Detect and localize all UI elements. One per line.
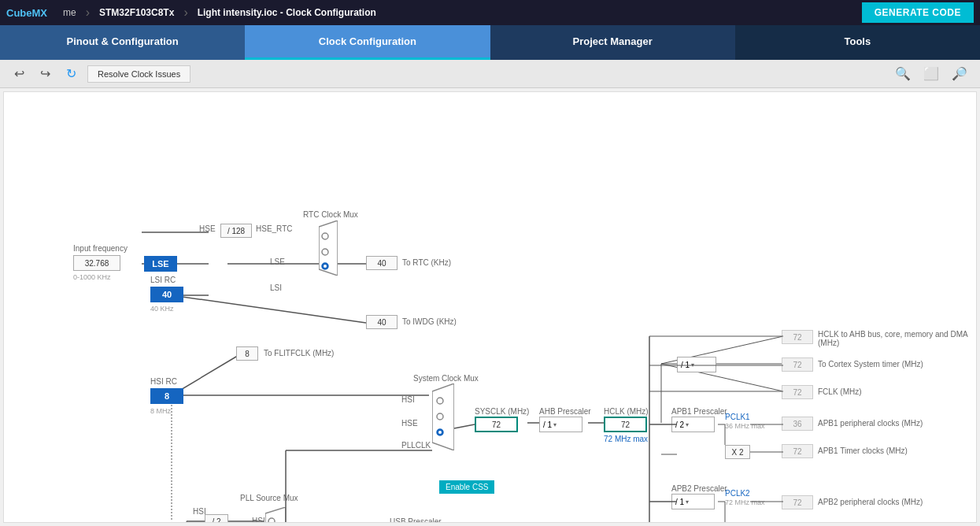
usb-prescaler-label: USB Prescaler bbox=[390, 517, 442, 523]
svg-point-23 bbox=[322, 249, 328, 255]
lse-box[interactable]: LSE bbox=[144, 256, 177, 272]
refresh-button[interactable]: ↻ bbox=[61, 63, 81, 84]
hsi-div2-box[interactable]: / 2 bbox=[205, 514, 228, 523]
to-iwdg-val[interactable]: 40 bbox=[366, 315, 398, 329]
tab-project[interactable]: Project Manager bbox=[490, 25, 735, 60]
resolve-clock-issues-button[interactable]: Resolve Clock Issues bbox=[87, 65, 190, 83]
hse-mux-label: HSE bbox=[401, 419, 418, 428]
pclk1-label: PCLK1 bbox=[725, 413, 750, 421]
svg-point-27 bbox=[437, 398, 443, 404]
to-rtc-val[interactable]: 40 bbox=[366, 256, 398, 270]
sysclk-label: SYSCLK (MHz) bbox=[475, 407, 529, 416]
breadcrumb-chip[interactable]: STM32F103C8Tx bbox=[90, 4, 183, 21]
brand-logo: CubeMX bbox=[6, 7, 47, 19]
tab-tools[interactable]: Tools bbox=[735, 25, 980, 60]
apb1-timer-label: APB1 Timer clocks (MHz) bbox=[818, 446, 908, 455]
svg-point-32 bbox=[268, 518, 275, 523]
sysclk-val[interactable]: 72 bbox=[475, 417, 518, 432]
hsi-rc-box[interactable]: 8 bbox=[150, 388, 183, 404]
pllclk-label: PLLCLK bbox=[401, 441, 431, 450]
rtc-mux bbox=[319, 220, 338, 276]
hclk-val[interactable]: 72 bbox=[604, 417, 647, 432]
input-freq-range: 0-1000 KHz bbox=[73, 273, 111, 281]
cortex-timer-val: 72 bbox=[782, 357, 813, 372]
undo-button[interactable]: ↩ bbox=[9, 63, 29, 84]
apb2-prescaler-label: APB2 Prescaler bbox=[671, 484, 727, 493]
apb1-periph-val: 36 bbox=[782, 417, 813, 431]
fclk-val: 72 bbox=[782, 385, 813, 399]
pll-source-mux-label: PLL Source Mux bbox=[240, 494, 298, 502]
tab-pinout[interactable]: Pinout & Configuration bbox=[0, 25, 245, 60]
toolbar: ↩ ↪ ↻ Resolve Clock Issues 🔍 ⬜ 🔎 bbox=[0, 60, 980, 88]
hclk-label: HCLK (MHz) bbox=[604, 407, 649, 416]
svg-point-25 bbox=[324, 265, 327, 268]
svg-point-28 bbox=[437, 413, 443, 420]
hsi-mux-label: HSI bbox=[401, 395, 415, 404]
to-rtc-label: To RTC (KHz) bbox=[402, 258, 451, 267]
enable-css-button[interactable]: Enable CSS bbox=[439, 480, 494, 494]
hsi-src-label: HSI bbox=[252, 517, 265, 523]
apb1-timer-val: 72 bbox=[782, 444, 813, 458]
sys-mux-label: System Clock Mux bbox=[413, 374, 479, 383]
hsi-rc-unit: 8 MHz bbox=[150, 407, 171, 415]
to-flit-label: To FLITFCLK (MHz) bbox=[264, 349, 334, 357]
svg-point-30 bbox=[438, 431, 442, 434]
apb2-prescaler-dropdown[interactable]: / 1 ▾ bbox=[671, 494, 715, 509]
apb1-prescaler-dropdown[interactable]: / 2 ▾ bbox=[671, 417, 715, 432]
sys-clock-mux bbox=[432, 383, 454, 450]
cortex-timer-label: To Cortex System timer (MHz) bbox=[818, 360, 923, 369]
hse-label-rtc: HSE bbox=[199, 224, 216, 233]
svg-line-55 bbox=[454, 424, 475, 428]
fclk-label: FCLK (MHz) bbox=[818, 387, 862, 396]
hse-rtc-label: HSE_RTC bbox=[256, 224, 293, 233]
apb2-periph-val: 72 bbox=[782, 495, 813, 509]
breadcrumb-file[interactable]: Light intensity.ioc - Clock Configuratio… bbox=[188, 4, 386, 21]
hsi-rc-label: HSI RC bbox=[150, 377, 177, 386]
breadcrumb-home[interactable]: me bbox=[54, 4, 86, 21]
svg-line-5 bbox=[172, 295, 366, 323]
lsi-rc-unit: 40 KHz bbox=[150, 305, 174, 313]
hclk-ahb-val: 72 bbox=[782, 330, 813, 344]
input-freq-value[interactable]: 32.768 bbox=[73, 255, 120, 271]
redo-button[interactable]: ↪ bbox=[35, 63, 55, 84]
fit-button[interactable]: ⬜ bbox=[920, 63, 942, 84]
lsi-wire-label: LSI bbox=[270, 283, 282, 292]
apb2-periph-label: APB2 peripheral clocks (MHz) bbox=[818, 498, 923, 506]
hsi-pll-label: HSI bbox=[193, 507, 206, 516]
to-iwdg-label: To IWDG (KHz) bbox=[402, 317, 457, 326]
canvas-area: Input frequency 32.768 0-1000 KHz LSE LS… bbox=[3, 91, 977, 523]
lsi-rc-label: LSI RC bbox=[150, 276, 176, 284]
hclk-ahb-label: HCLK to AHB bus, core, memory and DMA (M… bbox=[818, 330, 976, 347]
lsi-rc-box[interactable]: 40 bbox=[150, 287, 183, 302]
top-bar: CubeMX me › STM32F103C8Tx › Light intens… bbox=[0, 0, 980, 25]
apb1-periph-label: APB1 peripheral clocks (MHz) bbox=[818, 419, 923, 428]
apb1-prescaler-label: APB1 Prescaler bbox=[671, 407, 727, 416]
pll-source-mux bbox=[265, 507, 286, 523]
pclk1-x2[interactable]: X 2 bbox=[725, 445, 750, 459]
zoom-out-button[interactable]: 🔎 bbox=[949, 63, 971, 84]
ahb-prescaler-dropdown[interactable]: / 1 ▾ bbox=[539, 417, 582, 432]
hclk-max: 72 MHz max bbox=[604, 435, 648, 443]
input-freq-label: Input frequency bbox=[73, 244, 128, 253]
clock-diagram: Input frequency 32.768 0-1000 KHz LSE LS… bbox=[4, 92, 976, 522]
zoom-in-button[interactable]: 🔍 bbox=[892, 63, 914, 84]
tab-bar: Pinout & Configuration Clock Configurati… bbox=[0, 25, 980, 60]
svg-point-22 bbox=[322, 233, 328, 239]
pclk1-max: 36 MHz max bbox=[725, 422, 765, 430]
ahb-prescaler-label: AHB Prescaler bbox=[539, 407, 591, 416]
cortex-div-dropdown[interactable]: / 1 ▾ bbox=[677, 357, 716, 372]
tab-clock[interactable]: Clock Configuration bbox=[245, 25, 490, 60]
pclk2-max: 72 MHz max bbox=[725, 498, 765, 506]
hse-div128-box[interactable]: / 128 bbox=[220, 224, 252, 238]
rtc-mux-label: RTC Clock Mux bbox=[303, 210, 358, 219]
pclk2-label: PCLK2 bbox=[725, 489, 750, 498]
generate-code-button[interactable]: GENERATE CODE bbox=[862, 2, 974, 23]
lse-wire-label: LSE bbox=[270, 257, 285, 266]
to-flit-val[interactable]: 8 bbox=[236, 346, 258, 361]
